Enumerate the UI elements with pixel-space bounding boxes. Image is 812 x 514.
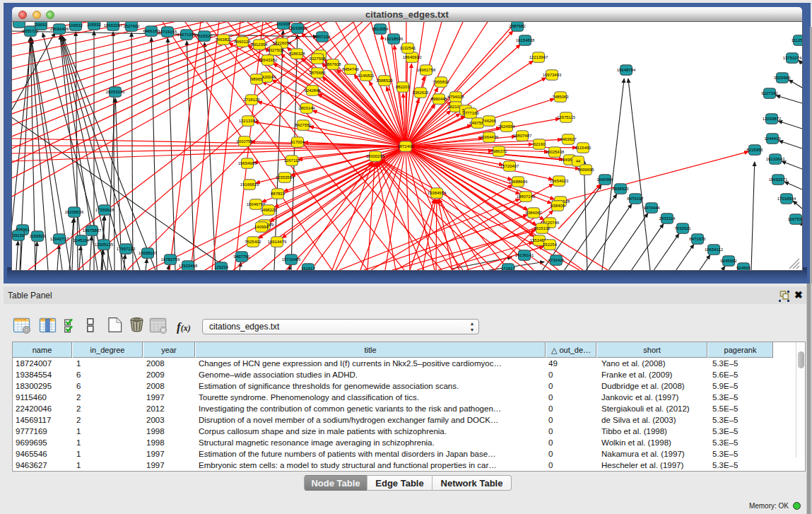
svg-text:8427552: 8427552 — [295, 123, 312, 127]
svg-text:7625402: 7625402 — [245, 240, 261, 244]
svg-text:19384554: 19384554 — [428, 191, 447, 195]
svg-text:882203: 882203 — [396, 85, 411, 89]
svg-text:1527602: 1527602 — [123, 24, 140, 28]
svg-text:2718129: 2718129 — [243, 98, 260, 102]
svg-text:15716485: 15716485 — [282, 257, 301, 262]
svg-text:39159: 39159 — [13, 233, 25, 238]
svg-text:6479197: 6479197 — [627, 197, 644, 201]
svg-text:10958107: 10958107 — [139, 251, 158, 255]
svg-text:16154838: 16154838 — [516, 38, 535, 42]
svg-text:887833: 887833 — [271, 192, 286, 196]
svg-text:1167533: 1167533 — [788, 217, 802, 221]
svg-text:10807487: 10807487 — [513, 134, 532, 138]
svg-text:10688609: 10688609 — [509, 180, 528, 184]
svg-text:8912954: 8912954 — [251, 42, 268, 47]
svg-text:2803144: 2803144 — [298, 106, 315, 110]
svg-text:7515526: 7515526 — [196, 34, 213, 38]
svg-text:9327508: 9327508 — [309, 57, 326, 61]
svg-text:62160: 62160 — [534, 142, 546, 146]
svg-text:1615132: 1615132 — [534, 226, 551, 230]
svg-text:15692971: 15692971 — [769, 177, 788, 182]
svg-text:2933114: 2933114 — [659, 216, 676, 221]
svg-text:16671355: 16671355 — [177, 33, 196, 37]
svg-text:16648784: 16648784 — [617, 68, 636, 72]
svg-text:10719155: 10719155 — [158, 30, 177, 34]
svg-text:8186328: 8186328 — [288, 52, 305, 56]
svg-text:938406: 938406 — [551, 204, 565, 208]
svg-text:17957223: 17957223 — [117, 247, 136, 251]
svg-text:20691: 20691 — [35, 23, 47, 27]
svg-text:20206536: 20206536 — [65, 210, 84, 214]
svg-text:9699695: 9699695 — [577, 168, 594, 172]
svg-text:12942737: 12942737 — [50, 237, 69, 241]
svg-text:7632621: 7632621 — [674, 226, 691, 230]
svg-text:1498222: 1498222 — [260, 208, 277, 212]
svg-text:19654923: 19654923 — [550, 179, 569, 183]
svg-text:1145194: 1145194 — [73, 238, 90, 243]
svg-text:15720407: 15720407 — [500, 164, 519, 168]
svg-text:7857224: 7857224 — [314, 35, 331, 39]
svg-text:9329966: 9329966 — [774, 76, 791, 80]
svg-text:98965: 98965 — [251, 77, 263, 81]
svg-text:7485063: 7485063 — [552, 95, 569, 99]
svg-text:9457791: 9457791 — [233, 255, 250, 259]
svg-text:1112541: 1112541 — [792, 38, 802, 42]
svg-text:14136141: 14136141 — [515, 253, 534, 257]
svg-text:8990448: 8990448 — [430, 97, 447, 101]
svg-text:1244419: 1244419 — [764, 136, 781, 141]
svg-text:20691406: 20691406 — [50, 27, 69, 31]
svg-text:151617: 151617 — [301, 267, 316, 270]
svg-text:12213383: 12213383 — [239, 119, 258, 123]
svg-text:1010755: 1010755 — [236, 139, 253, 144]
svg-text:9245652: 9245652 — [720, 259, 737, 263]
svg-text:12923468: 12923468 — [179, 264, 198, 268]
svg-text:12093872: 12093872 — [763, 117, 782, 121]
svg-text:10654112: 10654112 — [705, 247, 724, 252]
svg-text:12975115: 12975115 — [557, 115, 576, 119]
svg-text:6794028: 6794028 — [447, 95, 464, 99]
svg-text:53226058: 53226058 — [273, 41, 292, 45]
svg-text:129234: 129234 — [214, 265, 229, 269]
svg-text:9146821: 9146821 — [358, 74, 375, 78]
svg-text:9327503: 9327503 — [267, 48, 284, 52]
svg-text:10025438: 10025438 — [546, 150, 565, 154]
svg-text:105532: 105532 — [87, 23, 102, 27]
svg-text:1588520: 1588520 — [376, 78, 393, 83]
svg-text:19218506: 19218506 — [384, 37, 404, 41]
svg-text:9242848: 9242848 — [304, 88, 321, 93]
svg-text:17016504: 17016504 — [777, 197, 796, 201]
svg-text:2687682: 2687682 — [509, 24, 526, 28]
svg-text:16033809: 16033809 — [288, 26, 307, 30]
svg-text:16210643: 16210643 — [766, 157, 785, 161]
svg-text:2867608: 2867608 — [324, 62, 341, 66]
svg-text:8813054: 8813054 — [372, 27, 389, 31]
svg-text:917004: 917004 — [290, 140, 305, 144]
svg-text:1362615: 1362615 — [412, 90, 429, 95]
svg-text:8215955: 8215955 — [746, 148, 763, 152]
svg-text:44: 44 — [576, 159, 581, 163]
svg-text:8660124: 8660124 — [234, 40, 251, 44]
svg-text:16782759: 16782759 — [161, 257, 180, 262]
svg-text:8938923: 8938923 — [612, 187, 629, 191]
svg-text:9474444: 9474444 — [643, 206, 660, 210]
svg-text:3267110: 3267110 — [284, 158, 301, 163]
svg-text:13751074: 13751074 — [783, 56, 802, 60]
svg-text:1156829: 1156829 — [30, 234, 47, 238]
svg-text:20364436: 20364436 — [480, 135, 499, 139]
svg-text:18300295: 18300295 — [366, 154, 385, 158]
svg-text:1132541: 1132541 — [400, 46, 417, 50]
svg-text:252254: 252254 — [543, 243, 558, 247]
svg-text:8471676: 8471676 — [689, 237, 706, 241]
svg-text:7663822: 7663822 — [215, 37, 232, 42]
svg-text:16543382: 16543382 — [259, 58, 278, 62]
svg-text:10653267: 10653267 — [104, 23, 123, 28]
svg-text:9777169: 9777169 — [462, 111, 479, 115]
svg-text:12353594: 12353594 — [276, 175, 295, 180]
svg-text:8454749: 8454749 — [342, 67, 359, 71]
svg-text:924565: 924565 — [736, 266, 751, 270]
svg-text:20053346: 20053346 — [106, 90, 125, 94]
svg-text:19166829: 19166829 — [240, 182, 259, 187]
svg-text:746266: 746266 — [482, 119, 497, 123]
svg-text:10973493: 10973493 — [543, 73, 562, 77]
svg-text:9463627: 9463627 — [560, 137, 577, 141]
